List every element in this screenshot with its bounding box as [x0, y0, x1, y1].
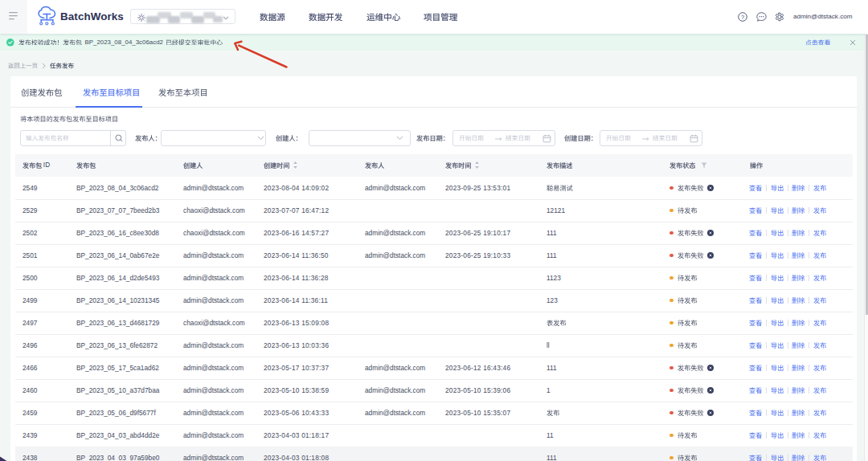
svg-text:?: ?: [741, 14, 744, 21]
